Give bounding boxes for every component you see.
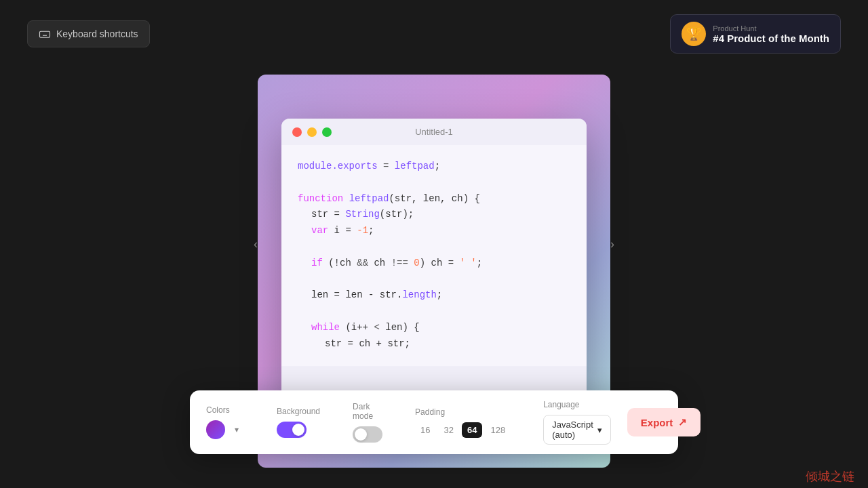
svg-rect-0 — [40, 31, 50, 37]
code-line-7: if (!ch && ch !== 0) ch = ' '; — [298, 256, 570, 272]
colors-control: ▾ — [206, 420, 244, 439]
code-line-blank3 — [298, 272, 570, 288]
colors-chevron[interactable]: ▾ — [229, 422, 244, 437]
code-window: Untitled-1 module.exports = leftpad; fun… — [281, 119, 587, 407]
language-section: Language JavaScript (auto) ▾ — [543, 400, 611, 445]
bottom-toolbar: Colors ▾ Background Dark mode Padding 16 — [190, 390, 678, 454]
padding-16[interactable]: 16 — [415, 422, 435, 438]
padding-128[interactable]: 128 — [485, 422, 511, 438]
export-label: Export — [641, 417, 673, 428]
padding-section: Padding 16 32 64 128 — [415, 407, 511, 438]
padding-options: 16 32 64 128 — [415, 422, 511, 438]
language-chevron-icon: ▾ — [597, 425, 602, 435]
keyboard-shortcuts-button[interactable]: Keyboard shortcuts — [27, 20, 150, 47]
code-line-3: function leftpad(str, len, ch) { — [298, 191, 570, 207]
code-line-5: var i = -1; — [298, 223, 570, 239]
language-label: Language — [543, 400, 611, 409]
background-label: Background — [277, 407, 320, 416]
code-line-blank4 — [298, 304, 570, 320]
background-toggle-knob — [292, 424, 304, 436]
language-select[interactable]: JavaScript (auto) ▾ — [543, 415, 611, 445]
padding-label: Padding — [415, 407, 511, 417]
keyboard-shortcuts-label: Keyboard shortcuts — [56, 28, 138, 39]
watermark: 倾城之链 — [806, 468, 854, 485]
export-share-icon: ↗ — [678, 416, 687, 428]
export-button[interactable]: Export ↗ — [627, 408, 701, 436]
code-line-1: module.exports = leftpad; — [298, 159, 570, 175]
dot-red — [292, 127, 302, 137]
dark-mode-control — [353, 426, 382, 443]
code-line-blank1 — [298, 175, 570, 191]
dark-mode-toggle[interactable] — [353, 426, 382, 443]
dark-mode-toggle-knob — [355, 428, 367, 441]
code-line-11: while (i++ < len) { — [298, 320, 570, 336]
dot-yellow — [307, 127, 317, 137]
dot-green — [322, 127, 332, 137]
colors-section: Colors ▾ — [206, 405, 244, 439]
code-content: module.exports = leftpad; function leftp… — [281, 145, 587, 366]
top-bar: Keyboard shortcuts 🏆 Product Hunt #4 Pro… — [0, 0, 868, 68]
trophy-icon: 🏆 — [682, 22, 706, 46]
code-line-9: len = len - str.length; — [298, 287, 570, 304]
colors-label: Colors — [206, 405, 244, 415]
ph-title: #4 Product of the Month — [713, 33, 829, 44]
dark-mode-label: Dark mode — [353, 402, 382, 421]
background-toggle[interactable] — [277, 422, 307, 438]
keyboard-icon — [39, 28, 51, 40]
background-section: Background — [277, 407, 320, 438]
code-line-blank2 — [298, 239, 570, 256]
window-controls — [292, 127, 332, 137]
color-picker[interactable] — [206, 420, 225, 439]
language-value: JavaScript (auto) — [552, 420, 593, 440]
background-control — [277, 422, 320, 438]
code-line-12: str = ch + str; — [298, 336, 570, 352]
code-line-4: str = String(str); — [298, 207, 570, 223]
dark-mode-section: Dark mode — [353, 402, 382, 443]
ph-text: Product Hunt #4 Product of the Month — [713, 24, 829, 44]
padding-64[interactable]: 64 — [462, 422, 482, 438]
window-title: Untitled-1 — [415, 127, 453, 137]
product-hunt-badge: 🏆 Product Hunt #4 Product of the Month — [670, 14, 841, 54]
padding-32[interactable]: 32 — [439, 422, 459, 438]
window-titlebar: Untitled-1 — [281, 119, 587, 145]
arrow-left[interactable]: ‹ — [248, 236, 264, 252]
ph-label: Product Hunt — [713, 24, 829, 33]
arrow-right[interactable]: › — [604, 236, 620, 252]
